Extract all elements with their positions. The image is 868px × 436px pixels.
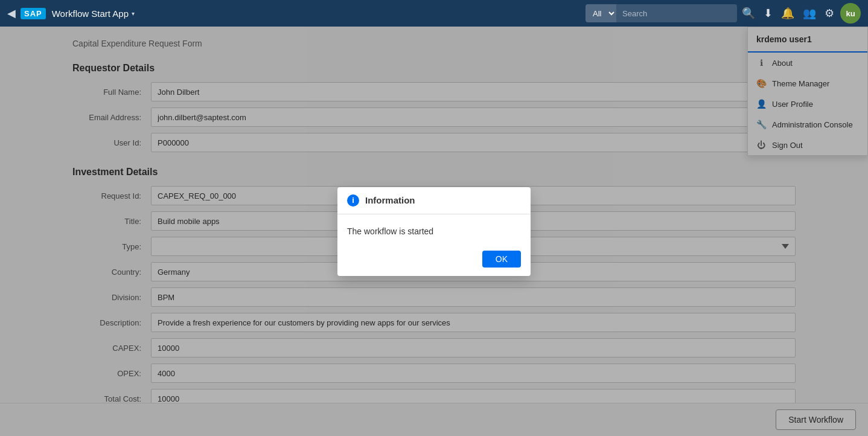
app-title-arrow-icon: ▾: [132, 10, 135, 17]
back-button[interactable]: ◀: [7, 7, 16, 20]
notification-icon[interactable]: 🔔: [781, 7, 794, 20]
header-icons: 🔍 ⬇ 🔔 👥 ⚙: [742, 7, 834, 20]
contacts-icon[interactable]: 👥: [803, 7, 816, 20]
dialog-ok-button[interactable]: OK: [482, 251, 521, 268]
app-header: ◀ SAP Workflow Start App ▾ All 🔍 ⬇ 🔔 👥 ⚙…: [0, 0, 868, 27]
avatar[interactable]: ku: [840, 3, 861, 24]
settings-icon[interactable]: ⚙: [825, 7, 834, 20]
search-category-select[interactable]: All: [586, 4, 616, 22]
search-bar: All: [586, 4, 737, 22]
download-icon[interactable]: ⬇: [764, 7, 773, 20]
dialog-body: The workflow is started: [337, 214, 531, 246]
dialog-footer: OK: [337, 246, 531, 276]
search-icon[interactable]: 🔍: [742, 7, 755, 20]
app-title: Workflow Start App ▾: [52, 8, 135, 19]
information-dialog: i Information The workflow is started OK: [337, 187, 531, 276]
dialog-header: i Information: [337, 187, 531, 214]
dialog-title: Information: [365, 195, 415, 205]
dialog-overlay: i Information The workflow is started OK: [0, 27, 868, 436]
sap-logo: SAP: [21, 8, 46, 19]
dialog-info-icon: i: [347, 194, 359, 207]
search-input[interactable]: [616, 4, 737, 22]
